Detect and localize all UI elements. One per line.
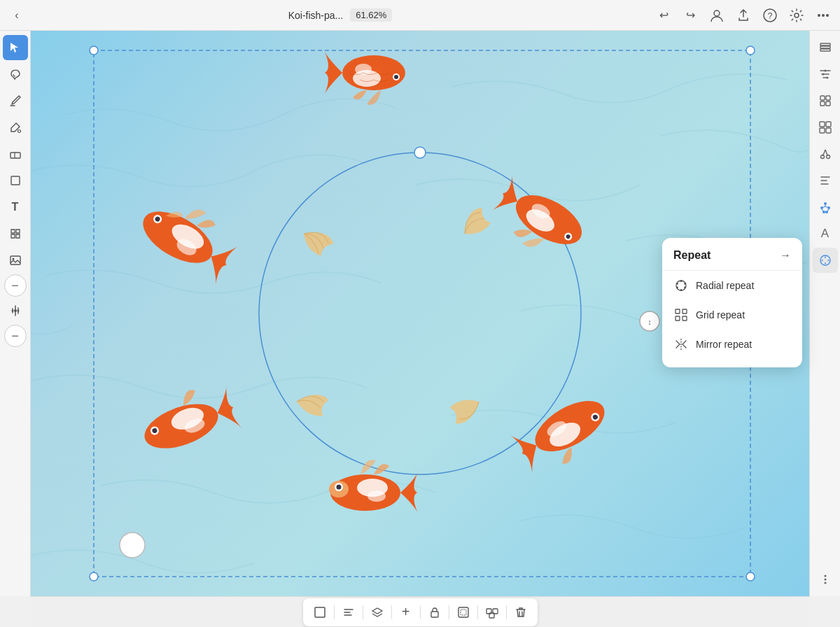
svg-point-30 bbox=[820, 155, 824, 159]
svg-point-79 bbox=[368, 491, 386, 502]
svg-rect-84 bbox=[431, 612, 438, 617]
svg-point-91 bbox=[680, 280, 682, 282]
menu-button[interactable] bbox=[815, 7, 832, 24]
grid-repeat-icon bbox=[673, 307, 689, 323]
svg-rect-26 bbox=[820, 122, 825, 127]
svg-point-42 bbox=[90, 46, 98, 55]
svg-rect-83 bbox=[315, 607, 325, 617]
svg-rect-25 bbox=[826, 101, 830, 106]
more-tool[interactable] bbox=[813, 567, 838, 592]
left-toolbar: T − − bbox=[0, 31, 31, 596]
svg-marker-7 bbox=[10, 43, 18, 52]
svg-point-20 bbox=[822, 73, 824, 76]
svg-rect-18 bbox=[820, 43, 830, 45]
svg-rect-22 bbox=[820, 96, 825, 100]
radial-repeat-item[interactable]: Radial repeat bbox=[662, 271, 802, 300]
top-bar-left: ‹ bbox=[8, 7, 25, 24]
svg-rect-11 bbox=[10, 256, 20, 265]
svg-point-95 bbox=[676, 286, 678, 288]
separator2 bbox=[363, 605, 363, 619]
svg-rect-10 bbox=[11, 176, 20, 185]
adjust-tool[interactable] bbox=[3, 298, 28, 323]
align-button[interactable] bbox=[337, 601, 360, 624]
assets-tool[interactable] bbox=[813, 88, 838, 113]
share-button[interactable] bbox=[735, 7, 752, 24]
right-toolbar: A bbox=[809, 31, 840, 596]
eraser-tool[interactable] bbox=[3, 141, 28, 167]
frame-button[interactable] bbox=[309, 601, 331, 624]
svg-point-39 bbox=[824, 579, 826, 581]
mirror-repeat-item[interactable]: Mirror repeat bbox=[662, 330, 802, 359]
svg-rect-100 bbox=[682, 316, 687, 320]
lock-button[interactable] bbox=[424, 601, 446, 624]
minus-bottom-button[interactable]: − bbox=[4, 325, 27, 347]
svg-point-14 bbox=[11, 310, 13, 312]
paint-tool[interactable] bbox=[3, 115, 28, 140]
svg-point-82 bbox=[337, 485, 342, 490]
svg-text:↕: ↕ bbox=[648, 318, 652, 326]
repeat-popup: Repeat → Radial repeat Grid r bbox=[662, 238, 802, 367]
popup-header: Repeat → bbox=[662, 249, 802, 271]
svg-point-0 bbox=[714, 10, 720, 16]
popup-arrow-button[interactable]: → bbox=[780, 249, 791, 262]
separator7 bbox=[506, 605, 507, 619]
svg-point-32 bbox=[824, 202, 827, 205]
svg-rect-99 bbox=[676, 316, 680, 320]
font-tool[interactable]: A bbox=[813, 221, 838, 246]
settings-button[interactable] bbox=[788, 7, 805, 24]
svg-point-50 bbox=[120, 533, 145, 558]
lasso-tool[interactable] bbox=[3, 62, 28, 87]
mask-button[interactable] bbox=[452, 601, 475, 624]
svg-point-40 bbox=[824, 582, 826, 584]
svg-point-94 bbox=[680, 289, 682, 291]
separator4 bbox=[420, 605, 421, 619]
svg-point-96 bbox=[676, 283, 678, 285]
help-button[interactable]: ? bbox=[762, 7, 778, 24]
text-tool[interactable]: T bbox=[3, 195, 28, 220]
redo-button[interactable]: ↪ bbox=[682, 7, 699, 24]
properties-tool[interactable] bbox=[813, 115, 838, 140]
delete-button[interactable] bbox=[510, 601, 532, 624]
svg-point-93 bbox=[684, 286, 686, 288]
radial-repeat-icon bbox=[673, 278, 689, 293]
image-tool[interactable] bbox=[3, 248, 28, 273]
zoom-level[interactable]: 61.62% bbox=[350, 8, 392, 22]
svg-point-15 bbox=[17, 310, 19, 312]
svg-point-4 bbox=[818, 14, 820, 17]
svg-rect-23 bbox=[826, 96, 830, 100]
svg-point-31 bbox=[826, 155, 830, 159]
top-bar-right: ↩ ↪ ? bbox=[655, 7, 832, 24]
cut-tool[interactable] bbox=[813, 141, 838, 167]
radial-repeat-label: Radial repeat bbox=[696, 280, 754, 291]
svg-point-54 bbox=[355, 64, 372, 75]
separator3 bbox=[391, 605, 392, 619]
pen-tool[interactable] bbox=[3, 88, 28, 113]
undo-button[interactable]: ↩ bbox=[655, 7, 672, 24]
shape-tool[interactable] bbox=[3, 168, 28, 193]
filter-tool[interactable] bbox=[813, 62, 838, 87]
layers-tool[interactable] bbox=[813, 35, 838, 60]
add-button[interactable]: + bbox=[395, 601, 417, 624]
grid-repeat-item[interactable]: Grid repeat bbox=[662, 300, 802, 330]
popup-title: Repeat bbox=[673, 249, 710, 262]
layers-button[interactable] bbox=[366, 601, 388, 624]
svg-rect-29 bbox=[826, 128, 831, 133]
separator bbox=[334, 605, 335, 619]
transform-tool[interactable] bbox=[3, 221, 28, 246]
minus-top-button[interactable]: − bbox=[4, 274, 27, 297]
account-icon[interactable] bbox=[708, 7, 725, 24]
select-tool[interactable] bbox=[3, 35, 28, 60]
group-button[interactable] bbox=[481, 601, 503, 624]
top-bar: ‹ Koi-fish-pa... 61.62% ↩ ↪ ? bbox=[0, 0, 840, 31]
puppet-tool[interactable] bbox=[813, 195, 838, 220]
back-button[interactable]: ‹ bbox=[8, 7, 25, 24]
svg-rect-9 bbox=[10, 153, 20, 158]
repeat-tool[interactable] bbox=[813, 248, 838, 273]
svg-point-92 bbox=[684, 283, 686, 285]
align-tool[interactable] bbox=[813, 168, 838, 193]
svg-point-5 bbox=[822, 14, 825, 17]
svg-rect-17 bbox=[820, 46, 830, 48]
svg-rect-98 bbox=[682, 309, 687, 314]
svg-point-12 bbox=[12, 258, 14, 260]
svg-point-6 bbox=[826, 14, 829, 17]
